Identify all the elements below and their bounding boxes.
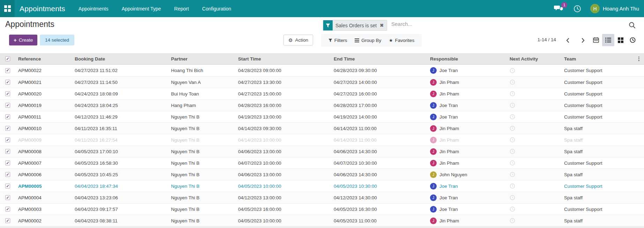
start-time-cell: 04/06/2023 13:00:00 [237, 149, 332, 154]
row-checkbox[interactable]: ✓ [5, 172, 10, 177]
header-booking-date[interactable]: Booking Date [73, 56, 170, 62]
table-row[interactable]: ✓APM0000304/04/2023 09:17:57Nguyen Thi B… [0, 203, 644, 215]
table-row[interactable]: ✓APM0002104/27/2023 11:14:50Nguyen Van A… [0, 76, 644, 88]
next-activity-cell[interactable] [506, 218, 563, 223]
row-checkbox[interactable]: ✓ [5, 103, 10, 108]
row-checkbox[interactable]: ✓ [5, 126, 10, 131]
kanban-view-button[interactable] [614, 34, 627, 46]
filters-button[interactable]: Filters [328, 38, 347, 43]
create-button[interactable]: + Create [9, 35, 37, 45]
pager-previous-button[interactable] [563, 36, 572, 44]
next-activity-cell[interactable] [506, 206, 563, 212]
next-activity-clock-icon [510, 114, 515, 120]
row-checkbox[interactable]: ✓ [5, 80, 10, 85]
row-checkbox[interactable]: ✓ [5, 68, 10, 73]
table-row[interactable]: ✓APM0000604/05/2023 10:45:25Nguyen Thi B… [0, 169, 644, 180]
search-input[interactable] [391, 21, 587, 27]
calendar-view-button[interactable] [590, 34, 602, 46]
header-team[interactable]: Team [563, 56, 635, 62]
activity-view-button[interactable] [627, 34, 639, 46]
next-activity-cell[interactable] [506, 79, 563, 85]
table-row[interactable]: ✓APM0001904/24/2023 18:04:25Hang Pham04/… [0, 99, 644, 111]
menu-appointment-type[interactable]: Appointment Type [121, 6, 161, 12]
next-activity-clock-icon [510, 172, 515, 177]
header-end-time[interactable]: End Time [332, 56, 429, 62]
responsible-flex: JJin Pham [430, 148, 505, 155]
header-next-activity[interactable]: Next Activity [506, 56, 563, 62]
table-row[interactable]: ✓APM0000704/05/2023 16:58:30Nguyen Thi B… [0, 157, 644, 169]
end-time-cell: 04/06/2023 14:30:00 [332, 149, 429, 154]
messages-button[interactable]: 1 [554, 4, 564, 13]
list-icon [605, 37, 611, 43]
user-menu[interactable]: H Hoang Anh Thu [590, 4, 639, 13]
next-activity-cell[interactable] [506, 160, 563, 166]
row-checkbox[interactable]: ✓ [5, 114, 10, 119]
menu-configuration[interactable]: Configuration [202, 6, 231, 12]
responsible-cell: JJohn Nguyen [429, 171, 506, 178]
menu-appointments[interactable]: Appointments [79, 6, 109, 12]
responsible-flex: JJoe Tran [430, 206, 505, 213]
reference-cell: APM00020 [17, 91, 73, 97]
next-activity-cell[interactable] [506, 172, 563, 177]
table-row[interactable]: ✓APM0002204/27/2023 11:51:02Hoang Thi Bi… [0, 65, 644, 76]
end-time-cell: 04/07/2023 10:30:00 [332, 161, 429, 166]
apps-menu-button[interactable] [0, 0, 15, 17]
row-checkbox-cell: ✓ [0, 207, 17, 212]
next-activity-clock-icon [510, 149, 515, 154]
table-row[interactable]: ✓APM0000504/04/2023 18:47:34Nguyen Thi B… [0, 180, 644, 192]
table-row[interactable]: ✓APM0001004/11/2023 16:35:11Nguyen Thi B… [0, 122, 644, 134]
row-checkbox[interactable]: ✓ [5, 91, 10, 96]
group-by-button[interactable]: Group By [355, 38, 381, 43]
favorites-button[interactable]: ★ Favorites [389, 38, 414, 43]
next-activity-cell[interactable] [506, 149, 563, 154]
activities-button[interactable] [573, 5, 581, 13]
app-brand[interactable]: Appointments [20, 5, 65, 13]
header-responsible[interactable]: Responsible [429, 56, 506, 62]
responsible-name: Joe Tran [439, 195, 458, 200]
header-partner[interactable]: Partner [170, 56, 237, 62]
partner-cell: Nguyen Thi B [170, 126, 237, 131]
table-row[interactable]: ✓APM0000904/11/2023 16:27:54Nguyen Thi B… [0, 134, 644, 145]
row-checkbox[interactable]: ✓ [5, 218, 10, 223]
row-checkbox[interactable]: ✓ [5, 149, 10, 154]
row-checkbox[interactable]: ✓ [5, 195, 10, 200]
next-activity-clock-icon [510, 206, 515, 212]
menu-report[interactable]: Report [174, 6, 189, 12]
next-activity-cell[interactable] [506, 137, 563, 143]
responsible-cell: JJin Pham [429, 160, 506, 166]
next-activity-cell[interactable] [506, 183, 563, 189]
table-row[interactable]: ✓APM0000204/04/2023 08:38:11Nguyen Thi B… [0, 215, 644, 226]
next-activity-cell[interactable] [506, 195, 563, 200]
pager-next-button[interactable] [578, 36, 587, 44]
responsible-cell: JJoe Tran [429, 183, 506, 190]
column-options-icon[interactable]: ⋮ [636, 56, 642, 62]
action-button[interactable]: ⚙ Action [283, 35, 313, 45]
table-row[interactable]: ✓APM0001104/12/2023 11:46:29Nguyen Thi B… [0, 111, 644, 122]
activity-clock-icon [630, 37, 636, 43]
team-cell: Customer Support [563, 207, 635, 212]
next-activity-cell[interactable] [506, 102, 563, 108]
next-activity-cell[interactable] [506, 68, 563, 73]
next-activity-cell[interactable] [506, 114, 563, 120]
next-activity-cell[interactable] [506, 126, 563, 131]
next-activity-cell[interactable] [506, 91, 563, 97]
reference-cell: APM00007 [17, 161, 73, 166]
facet-remove-icon[interactable]: ✖ [379, 20, 387, 30]
responsible-name: Jin Pham [439, 149, 459, 154]
header-reference[interactable]: Reference [17, 56, 73, 62]
row-checkbox[interactable]: ✓ [5, 207, 10, 212]
header-start-time[interactable]: Start Time [237, 56, 332, 62]
booking-date-cell: 04/05/2023 10:45:25 [73, 172, 170, 177]
responsible-cell: JJoe Tran [429, 194, 506, 201]
table-row[interactable]: ✓APM0000404/04/2023 13:23:06Nguyen Thi B… [0, 192, 644, 203]
row-checkbox[interactable]: ✓ [5, 137, 10, 142]
table-row[interactable]: ✓APM0000804/05/2023 17:00:10Nguyen Thi B… [0, 145, 644, 157]
row-checkbox[interactable]: ✓ [5, 161, 10, 165]
row-checkbox[interactable]: ✓ [5, 184, 10, 188]
list-view-button[interactable] [602, 34, 614, 46]
search-icon[interactable] [628, 21, 636, 29]
top-menu: Appointments Appointment Type Report Con… [79, 6, 231, 12]
select-all-checkbox[interactable]: ✓ [5, 56, 10, 61]
table-row[interactable]: ✓APM0002004/24/2023 18:08:09Bui Huy Toan… [0, 88, 644, 99]
team-cell: Customer Support [563, 184, 635, 189]
